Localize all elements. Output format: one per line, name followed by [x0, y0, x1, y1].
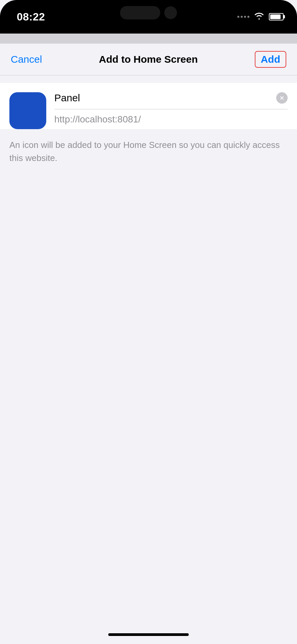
battery-icon	[269, 13, 284, 20]
dynamic-island-pill	[120, 6, 160, 19]
battery-fill	[270, 14, 281, 19]
signal-dot-4	[247, 16, 249, 18]
wifi-icon	[254, 12, 264, 21]
content-card: http://localhost:8081/ An icon will be a…	[0, 83, 297, 174]
status-bar: 08:22	[0, 0, 297, 34]
browser-bar	[0, 34, 297, 44]
description-area: An icon will be added to your Home Scree…	[0, 129, 297, 174]
dynamic-island-dot	[164, 6, 177, 19]
input-fields: http://localhost:8081/	[54, 92, 288, 125]
signal-dots	[237, 16, 249, 18]
description-text: An icon will be added to your Home Scree…	[9, 139, 288, 165]
add-button-wrapper: Add	[255, 51, 286, 68]
nav-bar: Cancel Add to Home Screen Add	[0, 44, 297, 75]
status-time: 08:22	[17, 11, 45, 23]
status-icons	[237, 12, 284, 21]
nav-title: Add to Home Screen	[99, 54, 198, 65]
app-icon	[9, 92, 46, 129]
name-input[interactable]	[54, 92, 276, 104]
url-display: http://localhost:8081/	[54, 114, 141, 124]
signal-dot-2	[241, 16, 243, 18]
url-row: http://localhost:8081/	[54, 109, 288, 125]
empty-space	[0, 174, 297, 577]
signal-dot-1	[237, 16, 239, 18]
signal-dot-3	[244, 16, 246, 18]
clear-input-button[interactable]	[276, 92, 288, 104]
app-row: http://localhost:8081/	[0, 83, 297, 129]
name-input-row	[54, 92, 288, 109]
cancel-button[interactable]: Cancel	[11, 51, 42, 68]
add-button[interactable]: Add	[261, 54, 280, 65]
dynamic-island	[120, 6, 177, 19]
home-indicator	[108, 633, 189, 636]
